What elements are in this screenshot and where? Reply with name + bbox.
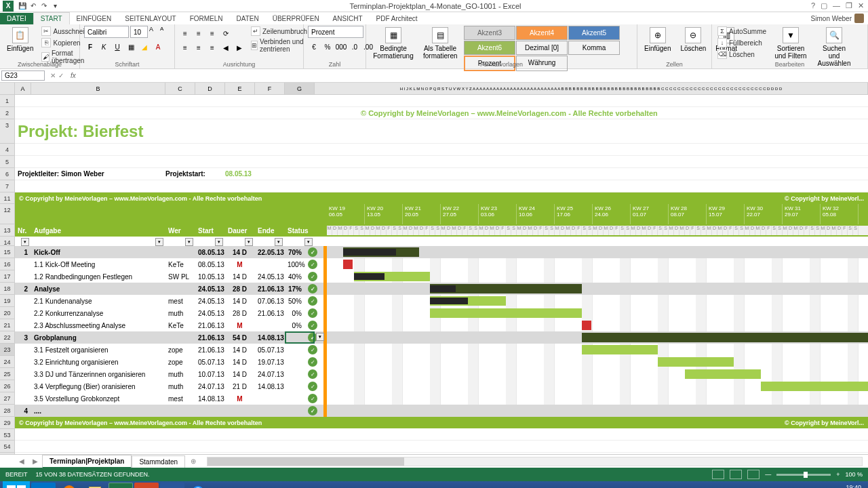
filter-dropdown-icon[interactable]: ▾ [245, 238, 253, 246]
horizontal-scrollbar[interactable] [207, 457, 863, 466]
row-header[interactable]: 28 [0, 405, 15, 417]
row-header[interactable]: 27 [0, 392, 15, 405]
tab-seitenlayout[interactable]: SEITENLAYOUT [118, 13, 182, 24]
taskbar-word-icon[interactable]: W [160, 483, 184, 488]
zoom-in-icon[interactable]: + [836, 471, 840, 478]
task-row[interactable]: 3Grobplanung21.06.1354 D14.08.13✓▾ [15, 331, 868, 344]
taskbar-ie-icon[interactable] [186, 483, 210, 488]
col-header[interactable]: G [285, 83, 315, 94]
formula-input[interactable] [79, 70, 868, 81]
style-akzent5[interactable]: Akzent5 [568, 26, 620, 40]
tab-formeln[interactable]: FORMELN [183, 13, 230, 24]
underline-button[interactable]: U [111, 41, 123, 53]
task-row[interactable]: 2.2 Konkurrenzanalysemuth24.05.1328 D21.… [15, 307, 868, 319]
bold-button[interactable]: F [84, 41, 96, 53]
align-center-icon[interactable]: ≡ [193, 41, 205, 54]
style-akzent3[interactable]: Akzent3 [464, 26, 515, 40]
row-header[interactable]: 5 [0, 156, 15, 168]
row-header[interactable]: 12 [0, 204, 15, 224]
align-right-icon[interactable]: ≡ [206, 41, 218, 54]
row-header[interactable]: 20 [0, 307, 15, 319]
row-header[interactable]: 23 [0, 344, 15, 356]
accept-formula-icon[interactable]: ✓ [58, 72, 64, 79]
help-icon[interactable]: ? [811, 1, 815, 10]
qat-more-icon[interactable]: ▾ [50, 1, 60, 11]
minimize-icon[interactable]: — [833, 1, 840, 10]
tab-ueberpruefen[interactable]: ÜBERPRÜFEN [266, 13, 326, 24]
col-header[interactable]: B [31, 83, 165, 94]
merge-button[interactable]: ⊞Verbinden und zentrieren [250, 37, 309, 54]
task-row[interactable]: 3.5 Vorstellung Grobkonzeptmest14.08.13M… [15, 392, 868, 405]
row-header[interactable]: 26 [0, 380, 15, 392]
view-normal-icon[interactable] [712, 470, 724, 479]
taskbar-outlook-icon[interactable]: O [31, 483, 56, 488]
align-left-icon[interactable]: ≡ [179, 41, 191, 54]
paste-button[interactable]: 📋Einfügen [4, 26, 36, 54]
dec-inc-icon[interactable]: .0 [349, 41, 361, 53]
gantt-bar[interactable] [685, 369, 761, 379]
row-header[interactable]: 19 [0, 295, 15, 307]
fill-button[interactable]: ↓Füllbereich [716, 37, 768, 48]
style-akzent6[interactable]: Akzent6 [464, 41, 515, 55]
filter-dropdown-icon[interactable]: ▾ [21, 238, 29, 246]
clear-button[interactable]: ⌫Löschen [716, 49, 768, 60]
task-row[interactable]: 3.4 Verpflegung (Bier) oranisierenmuth24… [15, 380, 868, 392]
tab-daten[interactable]: DATEN [230, 13, 266, 24]
filter-dropdown-icon[interactable]: ▾ [275, 238, 283, 246]
percent-icon[interactable]: % [321, 41, 334, 53]
select-all-corner[interactable] [0, 83, 15, 95]
border-button[interactable]: ▦ [125, 41, 137, 53]
tab-nav-next-icon[interactable]: ▶ [28, 458, 42, 465]
row-header[interactable]: 16 [0, 258, 15, 270]
name-box[interactable] [1, 70, 45, 81]
filter-dropdown-icon[interactable]: ▾ [215, 238, 223, 246]
align-bottom-icon[interactable]: ≡ [206, 27, 218, 39]
row-header[interactable]: 7 [0, 180, 15, 192]
currency-icon[interactable]: € [308, 41, 320, 53]
cancel-formula-icon[interactable]: ✕ [50, 72, 56, 79]
comma-icon[interactable]: 000 [335, 41, 347, 53]
align-top-icon[interactable]: ≡ [179, 27, 191, 39]
tray-clock[interactable]: 19:40 17.07.2013 [831, 485, 861, 488]
align-middle-icon[interactable]: ≡ [193, 27, 205, 39]
wrap-text-button[interactable]: ↵Zeilenumbruch [250, 26, 309, 37]
row-header[interactable]: 24 [0, 356, 15, 368]
task-row[interactable]: 1Kick-Off08.05.1314 D22.05.1370%✓ [15, 246, 868, 258]
fill-color-button[interactable]: ◢ [138, 41, 151, 53]
user-account[interactable]: Simon Weber [811, 14, 868, 23]
grid-body[interactable]: ABCDEFGH I J K L M N O P Q R S T U V W X… [15, 83, 868, 454]
number-format-select[interactable] [308, 26, 363, 38]
tab-pdf[interactable]: PDF Architect [370, 13, 425, 24]
save-icon[interactable]: 💾 [18, 1, 27, 11]
task-row[interactable]: 2Analyse24.05.1328 D21.06.1317%✓ [15, 283, 868, 295]
taskbar-excel-icon[interactable]: X [108, 483, 133, 488]
task-row[interactable]: 3.3 DJ und Tänzerinnen organisierenmuth1… [15, 368, 868, 380]
font-color-button[interactable]: A [152, 41, 164, 53]
gantt-bar[interactable] [761, 382, 868, 391]
font-name-select[interactable] [84, 26, 129, 38]
sort-filter-button[interactable]: ▼Sortieren und Filtern [772, 26, 810, 61]
row-header[interactable]: 55 [0, 453, 15, 454]
row-header[interactable]: 3 [0, 119, 15, 144]
style-dezimal[interactable]: Dezimal [0] [516, 41, 568, 55]
filter-dropdown-icon[interactable]: ▾ [304, 238, 313, 246]
task-row[interactable]: 2.1 Kundenanalysemest24.05.1314 D07.06.1… [15, 295, 868, 307]
indent-inc-icon[interactable]: ▶ [233, 41, 245, 54]
row-header[interactable]: 6 [0, 168, 15, 180]
row-header[interactable]: 54 [0, 441, 15, 453]
maximize-icon[interactable]: ❐ [846, 1, 852, 10]
shrink-font-icon[interactable]: A [160, 26, 170, 38]
row-header[interactable]: 4 [0, 144, 15, 156]
sheet-tab-terminplan[interactable]: Terminplan|Projektplan [42, 455, 132, 468]
col-header[interactable]: F [255, 83, 285, 94]
col-header[interactable]: A [15, 83, 31, 94]
row-header[interactable]: 1 [0, 95, 15, 107]
task-row[interactable]: 2.3 Abschlussmeeting AnalyseKeTe21.06.13… [15, 319, 868, 331]
row-header[interactable]: 2 [0, 107, 15, 119]
autosum-button[interactable]: ΣAutoSumme [716, 26, 768, 37]
view-pagebreak-icon[interactable] [747, 470, 760, 479]
gantt-bar[interactable] [658, 357, 734, 367]
row-header[interactable]: 13 [0, 224, 15, 237]
new-sheet-icon[interactable]: ⊕ [185, 458, 201, 465]
gantt-bar[interactable] [582, 321, 591, 330]
